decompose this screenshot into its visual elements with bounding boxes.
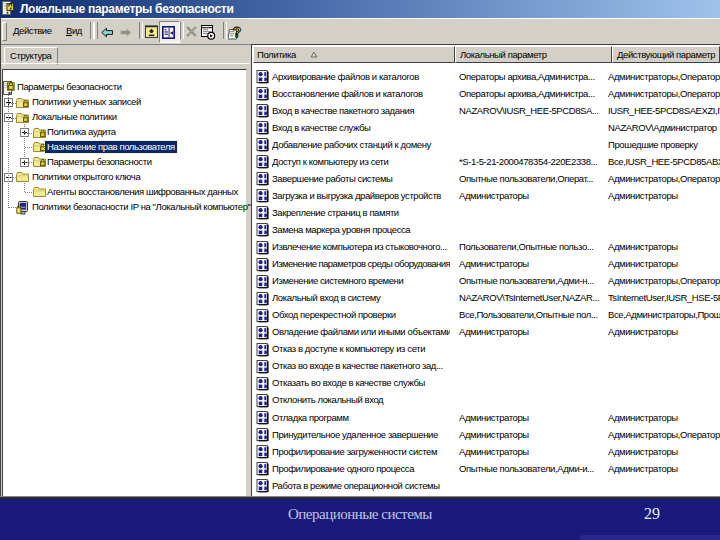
svg-text:?: ? — [233, 25, 242, 40]
